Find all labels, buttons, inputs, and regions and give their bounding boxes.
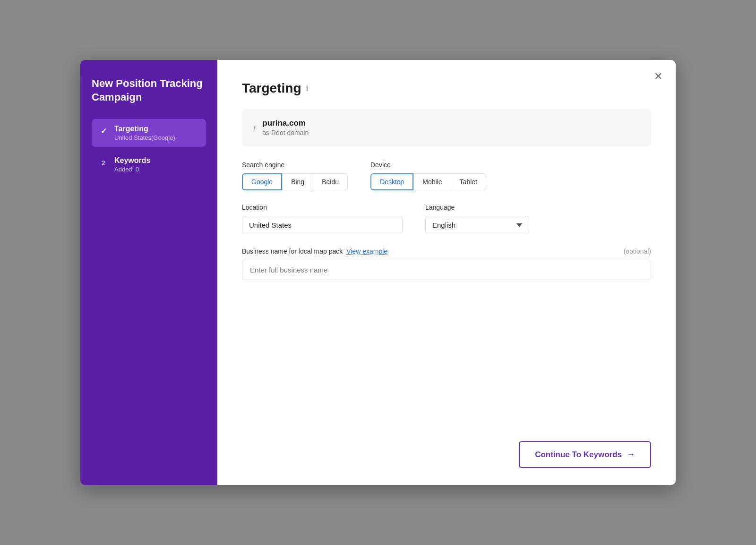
search-device-row: Search engine Google Bing Baidu Device D…	[242, 161, 651, 190]
language-select[interactable]: English Spanish French German Chinese	[425, 216, 529, 234]
language-group: Language English Spanish French German C…	[425, 204, 529, 234]
search-engine-bing[interactable]: Bing	[282, 173, 313, 190]
device-label: Device	[370, 161, 486, 169]
domain-type: as Root domain	[262, 129, 309, 136]
view-example-link[interactable]: View example	[346, 247, 387, 255]
arrow-icon: →	[627, 450, 635, 460]
domain-card[interactable]: › purina.com as Root domain	[242, 109, 651, 146]
device-desktop[interactable]: Desktop	[370, 173, 413, 190]
sidebar-item-keywords[interactable]: 2 Keywords Added: 0	[92, 151, 206, 179]
search-engine-google[interactable]: Google	[242, 173, 282, 190]
page-title: Targeting	[242, 81, 301, 96]
step-sublabel-targeting: United States(Google)	[114, 134, 175, 141]
optional-label: (optional)	[624, 247, 651, 255]
search-engine-group: Search engine Google Bing Baidu	[242, 161, 348, 190]
device-group: Device Desktop Mobile Tablet	[370, 161, 486, 190]
business-label-row: Business name for local map pack View ex…	[242, 247, 651, 255]
device-tablet[interactable]: Tablet	[451, 173, 486, 190]
language-label: Language	[425, 204, 529, 211]
step-label-keywords: Keywords	[114, 156, 150, 165]
step-info-targeting: Targeting United States(Google)	[114, 125, 175, 141]
search-engine-buttons: Google Bing Baidu	[242, 173, 348, 190]
step-info-keywords: Keywords Added: 0	[114, 156, 150, 173]
close-button[interactable]: ✕	[652, 69, 664, 84]
sidebar-item-targeting[interactable]: ✓ Targeting United States(Google)	[92, 119, 206, 147]
continue-to-keywords-button[interactable]: Continue To Keywords →	[519, 441, 651, 468]
location-language-row: Location Language English Spanish French…	[242, 204, 651, 234]
main-content: ✕ Targeting ℹ › purina.com as Root domai…	[217, 60, 676, 485]
business-name-input[interactable]	[242, 260, 651, 280]
step-number-indicator: 2	[98, 157, 109, 168]
domain-info: purina.com as Root domain	[262, 119, 309, 136]
location-label: Location	[242, 204, 403, 211]
location-group: Location	[242, 204, 403, 234]
continue-button-label: Continue To Keywords	[535, 450, 622, 460]
domain-name: purina.com	[262, 119, 309, 128]
business-section: Business name for local map pack View ex…	[242, 247, 651, 280]
business-label-left: Business name for local map pack View ex…	[242, 247, 387, 255]
business-label: Business name for local map pack	[242, 247, 343, 255]
device-mobile[interactable]: Mobile	[413, 173, 451, 190]
sidebar: New Position Tracking Campaign ✓ Targeti…	[80, 60, 217, 485]
step-label-targeting: Targeting	[114, 125, 175, 133]
page-title-row: Targeting ℹ	[242, 81, 651, 96]
step-sublabel-keywords: Added: 0	[114, 166, 150, 173]
info-icon[interactable]: ℹ	[306, 84, 309, 93]
location-input[interactable]	[242, 216, 403, 234]
close-icon: ✕	[654, 70, 662, 82]
sidebar-title: New Position Tracking Campaign	[92, 77, 206, 104]
device-buttons: Desktop Mobile Tablet	[370, 173, 486, 190]
chevron-right-icon: ›	[253, 123, 256, 132]
footer: Continue To Keywords →	[242, 441, 651, 468]
step-number-keywords: 2	[102, 159, 105, 167]
step-check-indicator: ✓	[98, 126, 109, 136]
search-engine-baidu[interactable]: Baidu	[313, 173, 348, 190]
search-engine-label: Search engine	[242, 161, 348, 169]
